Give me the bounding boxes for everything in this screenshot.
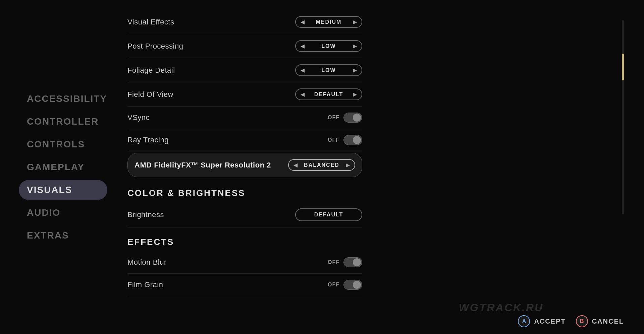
setting-label-ray-tracing: Ray Tracing [127, 136, 169, 144]
setting-row-visual-effects: Visual Effects ◀ MEDIUM ▶ [127, 10, 362, 34]
arrow-left-post-processing[interactable]: ◀ [301, 43, 305, 49]
setting-label-film-grain: Film Grain [127, 280, 163, 289]
toggle-knob-ray-tracing [353, 136, 361, 144]
arrow-right-amd-fsr[interactable]: ▶ [346, 162, 350, 168]
arrow-value-post-processing: LOW [315, 43, 342, 49]
setting-row-brightness: Brightness DEFAULT [127, 202, 362, 227]
watermark: WGTRACK.RU [459, 302, 543, 314]
toggle-label-ray-tracing: OFF [328, 137, 339, 143]
setting-row-field-of-view: Field Of View ◀ DEFAULT ▶ [127, 82, 362, 107]
toggle-container-vsync: OFF [328, 113, 362, 123]
toggle-knob-vsync [353, 114, 361, 122]
accept-button[interactable]: A ACCEPT [518, 315, 566, 327]
arrow-value-foliage-detail: LOW [315, 67, 342, 73]
toggle-label-film-grain: OFF [328, 282, 339, 288]
toggle-vsync[interactable] [343, 113, 362, 123]
setting-label-foliage-detail: Foliage Detail [127, 66, 175, 75]
sidebar-item-visuals[interactable]: VISUALS [19, 180, 107, 200]
arrow-value-visual-effects: MEDIUM [315, 19, 342, 25]
arrow-value-amd-fsr: BALANCED [304, 162, 339, 168]
sidebar-item-controls[interactable]: CONTROLS [27, 134, 107, 154]
toggle-knob-motion-blur [353, 258, 361, 266]
settings-list: Visual Effects ◀ MEDIUM ▶ Post Processin… [127, 10, 362, 296]
section-header-effects: EFFECTS [127, 227, 362, 251]
arrow-value-field-of-view: DEFAULT [314, 91, 343, 97]
setting-row-post-processing: Post Processing ◀ LOW ▶ [127, 34, 362, 58]
arrow-left-visual-effects[interactable]: ◀ [301, 19, 305, 25]
arrow-selector-visual-effects[interactable]: ◀ MEDIUM ▶ [295, 16, 362, 28]
toggle-container-ray-tracing: OFF [328, 135, 362, 145]
bottom-bar: A ACCEPT B CANCEL [518, 315, 624, 327]
arrow-right-visual-effects[interactable]: ▶ [353, 19, 357, 25]
scrollbar-thumb[interactable] [622, 54, 624, 80]
arrow-left-foliage-detail[interactable]: ◀ [301, 67, 305, 73]
sidebar-item-gameplay[interactable]: GAMEPLAY [27, 157, 107, 177]
arrow-selector-foliage-detail[interactable]: ◀ LOW ▶ [295, 64, 362, 76]
btn-selector-brightness[interactable]: DEFAULT [295, 208, 362, 221]
setting-label-motion-blur: Motion Blur [127, 258, 167, 267]
toggle-label-motion-blur: OFF [328, 259, 339, 265]
accept-label: ACCEPT [534, 318, 566, 325]
arrow-right-foliage-detail[interactable]: ▶ [353, 67, 357, 73]
main-content: Visual Effects ◀ MEDIUM ▶ Post Processin… [107, 0, 644, 334]
arrow-left-field-of-view[interactable]: ◀ [301, 91, 305, 97]
sidebar-item-extras[interactable]: EXTRAS [27, 225, 107, 246]
setting-label-visual-effects: Visual Effects [127, 18, 174, 26]
setting-label-post-processing: Post Processing [127, 42, 183, 51]
cancel-button[interactable]: B CANCEL [576, 315, 624, 327]
setting-label-vsync: VSync [127, 113, 150, 122]
setting-row-vsync: VSync OFF [127, 107, 362, 129]
toggle-label-vsync: OFF [328, 115, 339, 121]
sidebar-item-audio[interactable]: AUDIO [27, 203, 107, 223]
setting-row-amd-fsr: AMD FidelityFX™ Super Resolution 2 ◀ BAL… [127, 153, 362, 177]
toggle-motion-blur[interactable] [343, 257, 362, 267]
setting-label-amd-fsr: AMD FidelityFX™ Super Resolution 2 [135, 161, 271, 170]
accept-key-icon: A [518, 315, 530, 327]
sidebar: ACCESSIBILITY CONTROLLER CONTROLS GAMEPL… [0, 0, 107, 334]
toggle-film-grain[interactable] [343, 280, 362, 290]
setting-row-ray-tracing: Ray Tracing OFF [127, 129, 362, 151]
arrow-selector-amd-fsr[interactable]: ◀ BALANCED ▶ [288, 159, 355, 171]
sidebar-item-controller[interactable]: CONTROLLER [27, 112, 107, 132]
setting-label-brightness: Brightness [127, 210, 164, 219]
toggle-ray-tracing[interactable] [343, 135, 362, 145]
arrow-left-amd-fsr[interactable]: ◀ [293, 162, 298, 168]
cancel-label: CANCEL [592, 318, 624, 325]
setting-row-foliage-detail: Foliage Detail ◀ LOW ▶ [127, 58, 362, 82]
section-header-color-brightness: COLOR & BRIGHTNESS [127, 179, 362, 202]
sidebar-item-accessibility[interactable]: ACCESSIBILITY [27, 89, 107, 109]
arrow-selector-field-of-view[interactable]: ◀ DEFAULT ▶ [295, 88, 362, 100]
toggle-container-film-grain: OFF [328, 280, 362, 290]
setting-row-motion-blur: Motion Blur OFF [127, 251, 362, 274]
arrow-selector-post-processing[interactable]: ◀ LOW ▶ [295, 40, 362, 52]
cancel-key-icon: B [576, 315, 588, 327]
toggle-knob-film-grain [353, 281, 361, 289]
toggle-container-motion-blur: OFF [328, 257, 362, 267]
setting-row-film-grain: Film Grain OFF [127, 274, 362, 296]
setting-label-field-of-view: Field Of View [127, 90, 173, 99]
scrollbar[interactable] [622, 20, 624, 214]
arrow-right-field-of-view[interactable]: ▶ [353, 91, 357, 97]
arrow-right-post-processing[interactable]: ▶ [353, 43, 357, 49]
